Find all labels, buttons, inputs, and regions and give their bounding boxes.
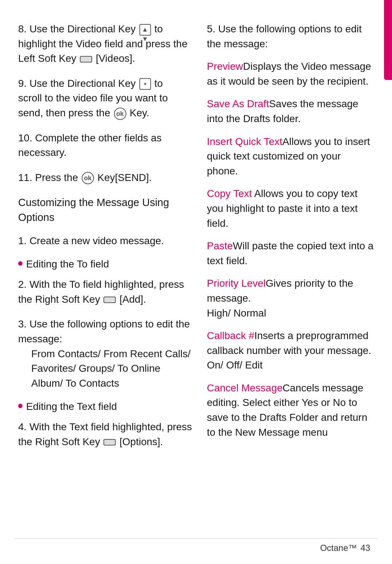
paste-label: Paste: [207, 240, 233, 251]
item-4: 4. With the Text field highlighted, pres…: [18, 420, 192, 449]
item-8-number: 8.: [18, 23, 26, 35]
preview-label: Preview: [207, 61, 243, 72]
item-11-number: 11.: [18, 172, 32, 183]
right-insert-quick-text: Insert Quick TextAllows you to insert qu…: [207, 134, 374, 179]
save-as-draft-label: Save As Draft: [207, 98, 269, 109]
item-3-text: Use the following options to edit the me…: [18, 318, 190, 345]
item-1-text: Create a new video message.: [29, 235, 164, 246]
item-3: 3. Use the following options to edit the…: [18, 317, 192, 391]
right-callback: Callback #Inserts a preprogrammed callba…: [207, 329, 374, 373]
bullet-to-field-text: Editing the To field: [26, 258, 109, 270]
right-cancel-message: Cancel MessageCancels message editing. S…: [207, 381, 374, 440]
item-10-text: Complete the other fields as necessary.: [18, 132, 162, 158]
insert-quick-text-label: Insert Quick Text: [207, 136, 282, 147]
right-intro: 5. Use the following options to edit the…: [207, 22, 374, 51]
item-9-text: Use the Directional Key: [29, 78, 136, 89]
right-intro-number: 5.: [207, 23, 215, 35]
item-10-number: 10.: [18, 132, 32, 144]
page-number: 43: [360, 543, 370, 553]
item-1-number: 1.: [18, 235, 26, 246]
left-soft-key-icon: [80, 56, 92, 63]
bullet-dot-icon: [18, 261, 23, 266]
item-11-text: Press the: [35, 172, 78, 183]
ok-key-icon: ok: [114, 108, 126, 120]
item-4-number: 4.: [18, 421, 26, 432]
directional-key-icon: ▲▼: [139, 24, 151, 36]
right-paste: PasteWill paste the copied text into a t…: [207, 239, 374, 268]
right-copy-text: Copy Text Allows you to copy text you hi…: [207, 186, 374, 231]
item-8-end: [Videos].: [96, 53, 135, 64]
item-9-end: Key.: [130, 107, 149, 118]
ok-key-11-icon: ok: [82, 172, 94, 184]
item-2-end: [Add].: [119, 294, 146, 305]
right-save-as-draft: Save As DraftSaves the message into the …: [207, 97, 374, 126]
item-2: 2. With the To field highlighted, press …: [18, 277, 192, 307]
right-preview: PreviewDisplays the Video message as it …: [207, 59, 374, 89]
bullet-to-field: Editing the To field: [18, 258, 192, 270]
bullet-text-field-text: Editing the Text field: [26, 401, 117, 412]
right-column: 5. Use the following options to edit the…: [207, 22, 374, 459]
left-column: 8. Use the Directional Key ▲▼ to highlig…: [18, 22, 192, 459]
two-column-layout: 8. Use the Directional Key ▲▼ to highlig…: [18, 22, 374, 459]
right-soft-key-4-icon: [103, 439, 116, 446]
bullet-dot-2-icon: [18, 404, 23, 408]
item-3-sub: From Contacts/ From Recent Calls/ Favori…: [31, 347, 192, 391]
item-9-to: to: [154, 78, 163, 89]
cancel-message-label: Cancel Message: [207, 382, 283, 394]
directional-key-4way-icon: ✦: [139, 78, 151, 90]
brand-name: Octane™: [320, 543, 357, 553]
section-heading: Customizing the Message Using Options: [18, 195, 192, 225]
item-4-end: [Options].: [119, 436, 163, 447]
right-intro-text: Use the following options to edit the me…: [207, 23, 362, 49]
item-8-text: Use the Directional Key: [29, 23, 136, 35]
item-8: 8. Use the Directional Key ▲▼ to highlig…: [18, 22, 192, 66]
item-11: 11. Press the ok Key[SEND].: [18, 170, 192, 185]
item-3-number: 3.: [18, 318, 26, 330]
priority-level-sub: High/ Normal: [207, 307, 266, 319]
callback-label: Callback #: [207, 330, 254, 341]
callback-sub: On/ Off/ Edit: [207, 359, 263, 371]
right-priority-level: Priority LevelGives priority to the mess…: [207, 276, 374, 321]
bullet-text-field: Editing the Text field: [18, 401, 192, 412]
pink-accent-bar: [384, 0, 392, 80]
item-10: 10. Complete the other fields as necessa…: [18, 131, 192, 160]
page-container: 8. Use the Directional Key ▲▼ to highlig…: [0, 0, 392, 564]
footer-divider: [15, 538, 377, 539]
item-9-number: 9.: [18, 78, 26, 89]
footer: Octane™ 43: [320, 543, 370, 553]
priority-level-label: Priority Level: [207, 278, 266, 289]
right-soft-key-2-icon: [103, 297, 116, 303]
item-2-text: With the To field highlighted, press the…: [18, 279, 184, 305]
item-9: 9. Use the Directional Key ✦ to scroll t…: [18, 76, 192, 121]
copy-text-label: Copy Text: [207, 188, 252, 199]
item-1: 1. Create a new video message.: [18, 234, 192, 249]
item-11-end: Key[SEND].: [98, 172, 152, 183]
item-2-number: 2.: [18, 279, 26, 290]
